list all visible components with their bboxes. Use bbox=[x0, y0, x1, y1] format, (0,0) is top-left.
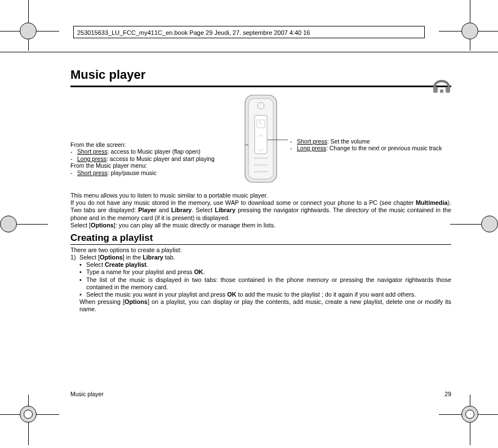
callout-text: : play/pause music bbox=[108, 169, 157, 176]
long-press-label: Long press bbox=[77, 155, 106, 162]
list-item: •Select Create playlist. bbox=[70, 261, 451, 268]
body-line: This menu allows you to listen to music … bbox=[70, 192, 451, 199]
callout-text: From the Music player menu: bbox=[70, 162, 245, 169]
short-press-label: Short press bbox=[77, 148, 108, 155]
page-title: Music player bbox=[70, 68, 451, 82]
short-press-label: Short press bbox=[297, 138, 327, 145]
playlist-instructions: There are two options to create a playli… bbox=[70, 247, 451, 313]
body-paragraphs: This menu allows you to listen to music … bbox=[70, 192, 451, 229]
list-item: •The list of the music is displayed in t… bbox=[70, 276, 451, 291]
crop-mark bbox=[11, 14, 45, 48]
page-footer: Music player 29 bbox=[70, 391, 451, 397]
document-header-path: 253015633_LU_FCC_my411C_en.book Page 29 … bbox=[73, 26, 425, 38]
footer-left: Music player bbox=[70, 391, 104, 397]
crop-mark bbox=[11, 397, 45, 431]
title-rule bbox=[70, 86, 451, 87]
list-item: 1) Select [Options] in the Library tab. bbox=[70, 254, 451, 261]
callout-text: : Set the volume bbox=[327, 138, 370, 145]
svg-rect-1 bbox=[446, 87, 450, 93]
list-intro: There are two options to create a playli… bbox=[70, 247, 451, 254]
svg-rect-0 bbox=[433, 87, 438, 93]
list-note: When pressing [Options] on a playlist, y… bbox=[70, 298, 451, 313]
callout-text: : Change to the next or previous music t… bbox=[326, 145, 442, 151]
short-press-label: Short press bbox=[77, 169, 108, 176]
left-callout: From the idle screen: -Short press: acce… bbox=[70, 141, 245, 176]
page-divider bbox=[0, 52, 498, 52]
callout-text: : access to Music player (flap open) bbox=[108, 148, 201, 155]
callout-text: From the idle screen: bbox=[70, 141, 245, 148]
phone-diagram: From the idle screen: -Short press: acce… bbox=[70, 93, 451, 189]
long-press-label: Long press bbox=[297, 145, 326, 151]
section-heading: Creating a playlist bbox=[70, 232, 451, 245]
body-line: If you do not have any music stored in t… bbox=[70, 199, 451, 222]
footer-page-number: 29 bbox=[444, 391, 451, 397]
body-line: Select [Options]: you can play all the m… bbox=[70, 222, 451, 229]
crop-mark bbox=[453, 397, 487, 431]
list-item: •Select the music you want in your playl… bbox=[70, 291, 451, 298]
callout-text: : access to Music player and start playi… bbox=[106, 155, 215, 162]
crop-mark bbox=[0, 207, 34, 241]
crop-mark bbox=[453, 14, 487, 48]
list-item: •Type a name for your playlist and press… bbox=[70, 268, 451, 276]
crop-mark bbox=[464, 207, 498, 241]
right-callout: -Short press: Set the volume -Long press… bbox=[290, 138, 453, 152]
